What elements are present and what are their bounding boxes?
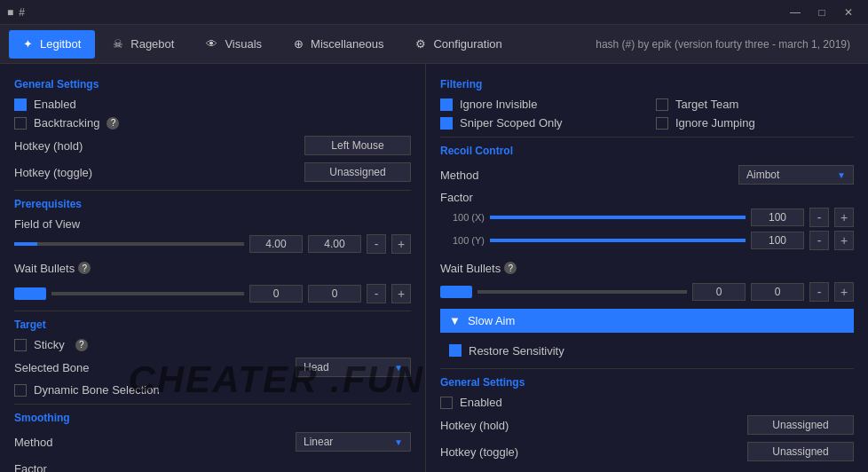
fov-label: Field of View: [14, 217, 80, 231]
wait-bullets-label: Wait Bullets: [14, 262, 75, 275]
target-team-checkbox[interactable]: [656, 98, 668, 111]
recoil-method-value: Aimbot: [746, 169, 779, 181]
dynamic-bone-label: Dynamic Bone Selection: [34, 383, 160, 397]
wait-bullets-slider-track[interactable]: [51, 292, 244, 295]
recoil-title: Recoil Control: [440, 145, 854, 157]
method-dropdown[interactable]: Linear ▼: [296, 432, 411, 452]
wait-bullets-help-icon[interactable]: ?: [78, 262, 91, 274]
smoothing-title: Smoothing: [14, 412, 411, 424]
recoil-wait-bullets-help-icon[interactable]: ?: [504, 262, 517, 274]
recoil-wait-slider-track[interactable]: [477, 290, 687, 294]
backtracking-checkbox[interactable]: [14, 117, 27, 130]
sniper-scoped-label: Sniper Scoped Only: [460, 116, 563, 130]
wait-bullets-value1[interactable]: 0: [249, 285, 303, 303]
restore-sensitivity-checkbox[interactable]: [449, 344, 462, 357]
sticky-checkbox[interactable]: [14, 339, 27, 351]
tab-legitbot[interactable]: ✦ Legitbot: [9, 30, 95, 59]
maximize-button[interactable]: □: [809, 3, 834, 22]
fov-slider-track[interactable]: [14, 242, 244, 246]
sticky-help-icon[interactable]: ?: [75, 339, 88, 351]
x-value[interactable]: 100: [751, 208, 804, 226]
selected-bone-label: Selected Bone: [14, 361, 138, 374]
recoil-method-label: Method: [440, 169, 564, 182]
hotkey-hold2-label: Hotkey (hold): [440, 419, 564, 432]
recoil-wait-value2[interactable]: 0: [751, 283, 804, 301]
ignore-jumping-item: Ignore Jumping: [656, 116, 854, 130]
hotkey-toggle-value[interactable]: Unassigned: [304, 162, 411, 182]
hotkey-toggle2-value[interactable]: Unassigned: [747, 442, 854, 461]
tab-visuals[interactable]: 👁 Visuals: [192, 30, 276, 59]
recoil-wait-bullets-label: Wait Bullets: [440, 262, 501, 275]
ragebot-icon: ☠: [113, 37, 123, 51]
recoil-method-arrow-icon: ▼: [837, 170, 846, 180]
tab-misc-label: Miscellaneous: [311, 37, 383, 51]
y-plus-btn[interactable]: +: [834, 231, 854, 250]
hotkey-toggle-label: Hotkey (toggle): [14, 166, 138, 179]
recoil-wait-value1[interactable]: 0: [692, 283, 746, 301]
restore-sensitivity-row: Restore Sensitivity: [440, 340, 854, 361]
hotkey-hold2-row: Hotkey (hold) Unassigned: [440, 414, 854, 436]
app-hash: #: [19, 6, 25, 19]
visuals-icon: 👁: [206, 37, 217, 51]
hotkey-hold-row: Hotkey (hold) Left Mouse: [14, 135, 411, 156]
fov-plus-btn[interactable]: +: [391, 234, 411, 254]
tab-visuals-label: Visuals: [225, 37, 262, 51]
minimize-button[interactable]: —: [783, 3, 808, 22]
selected-bone-row: Selected Bone Head ▼: [14, 357, 411, 378]
version-text: hash (#) by epik (version fourty three -…: [596, 38, 859, 51]
y-minus-btn[interactable]: -: [809, 231, 829, 250]
filter-grid: Ignore Invisible Target Team Sniper Scop…: [440, 98, 854, 130]
x-minus-btn[interactable]: -: [809, 208, 829, 227]
backtracking-help-icon[interactable]: ?: [107, 117, 119, 130]
x-slider-track[interactable]: [490, 216, 746, 219]
selected-bone-arrow-icon: ▼: [394, 363, 403, 373]
legitbot-icon: ✦: [23, 37, 33, 51]
ignore-invisible-item: Ignore Invisible: [440, 98, 638, 111]
wait-bullets-minus-btn[interactable]: -: [367, 284, 386, 303]
tab-miscellaneous[interactable]: ⊕ Miscellaneous: [280, 30, 398, 59]
y-slider-track[interactable]: [490, 239, 746, 242]
enabled-label: Enabled: [34, 98, 76, 111]
fov-value2[interactable]: 4.00: [308, 235, 361, 253]
ignore-invisible-checkbox[interactable]: [440, 98, 453, 111]
recoil-wait-bullets-row: Wait Bullets ?: [440, 257, 854, 279]
recoil-method-dropdown[interactable]: Aimbot ▼: [738, 165, 854, 185]
ignore-jumping-checkbox[interactable]: [656, 117, 668, 130]
method-arrow-icon: ▼: [394, 437, 403, 447]
wait-bullets-value2[interactable]: 0: [308, 285, 361, 303]
sticky-label: Sticky: [34, 338, 65, 351]
fov-minus-btn[interactable]: -: [367, 234, 386, 254]
wait-bullets-plus-btn[interactable]: +: [391, 284, 411, 303]
slow-aim-arrow-icon: ▼: [449, 314, 461, 327]
x-plus-btn[interactable]: +: [834, 208, 854, 227]
selected-bone-dropdown[interactable]: Head ▼: [296, 358, 411, 377]
enabled2-checkbox[interactable]: [440, 397, 453, 409]
main-content: General Settings Enabled Backtracking ? …: [0, 64, 868, 472]
tab-ragebot[interactable]: ☠ Ragebot: [99, 30, 188, 59]
sniper-scoped-checkbox[interactable]: [440, 117, 453, 130]
recoil-wait-slider-thumb[interactable]: [440, 286, 472, 298]
close-button[interactable]: ✕: [836, 3, 861, 22]
enabled-checkbox[interactable]: [14, 98, 27, 111]
dynamic-bone-checkbox[interactable]: [14, 384, 27, 397]
recoil-wait-minus-btn[interactable]: -: [809, 282, 829, 302]
wait-bullets-slider-thumb[interactable]: [14, 287, 46, 300]
hotkey-hold2-value[interactable]: Unassigned: [747, 415, 854, 435]
backtracking-label: Backtracking: [34, 116, 99, 130]
slow-aim-label: Slow Aim: [468, 314, 515, 327]
hotkey-hold-value[interactable]: Left Mouse: [304, 136, 411, 155]
recoil-wait-slider-row: 0 0 - +: [440, 282, 854, 302]
divider-r2: [440, 368, 854, 369]
app-icon: ■: [7, 6, 13, 19]
tab-configuration[interactable]: ⚙ Configuration: [401, 30, 516, 59]
slow-aim-header[interactable]: ▼ Slow Aim: [440, 309, 854, 333]
general-settings-title: General Settings: [14, 78, 411, 90]
fov-value1[interactable]: 4.00: [249, 235, 303, 253]
recoil-method-row: Method Aimbot ▼: [440, 164, 854, 185]
y-value[interactable]: 100: [751, 232, 804, 249]
method-value: Linear: [304, 436, 333, 448]
left-panel: General Settings Enabled Backtracking ? …: [0, 64, 426, 472]
recoil-wait-plus-btn[interactable]: +: [834, 282, 854, 302]
titlebar-left: ■ #: [7, 6, 25, 19]
fov-label-row: Field of View: [14, 217, 411, 231]
